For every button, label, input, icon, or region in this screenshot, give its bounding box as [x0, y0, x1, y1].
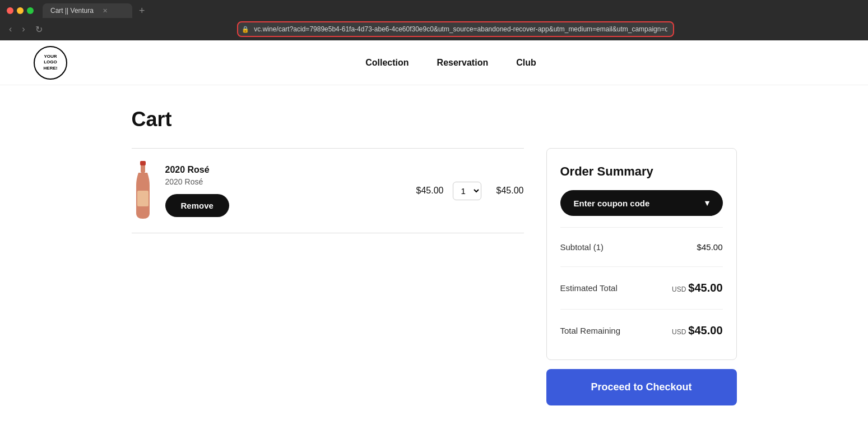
cart-layout: 2020 Rosé 2020 Rosé Remove $45.00 1 2 3 …: [132, 148, 737, 405]
logo-line3: HERE!: [44, 66, 58, 71]
coupon-label: Enter coupon code: [574, 199, 650, 208]
item-subname: 2020 Rosé: [165, 177, 405, 186]
address-bar[interactable]: [237, 21, 674, 37]
nav-link-club[interactable]: Club: [516, 58, 536, 68]
chevron-down-icon: ▾: [705, 198, 709, 208]
estimated-total-label: Estimated Total: [560, 283, 618, 293]
total-remaining-label: Total Remaining: [560, 326, 621, 335]
traffic-lights: [7, 7, 34, 14]
back-button[interactable]: ‹: [7, 23, 14, 35]
addressbar-row: ‹ › ↻ 🔒: [7, 21, 861, 37]
logo-line1: YOUR: [44, 54, 57, 59]
new-tab-icon[interactable]: +: [139, 5, 145, 17]
browser-chrome: Cart || Ventura ✕ + ‹ › ↻ 🔒: [0, 0, 868, 40]
nav-links: Collection Reservation Club: [365, 58, 536, 68]
subtotal-row: Subtotal (1) $45.00: [560, 236, 723, 259]
nav-link-collection[interactable]: Collection: [365, 58, 409, 68]
total-remaining-row: Total Remaining USD$45.00: [560, 317, 723, 344]
maximize-traffic-light[interactable]: [27, 7, 34, 14]
page: YOUR LOGO HERE! Collection Reservation C…: [0, 40, 868, 438]
address-bar-wrapper: 🔒: [237, 21, 674, 37]
item-total: $45.00: [490, 186, 524, 196]
cart-title: Cart: [132, 108, 737, 131]
estimated-total-row: Estimated Total USD$45.00: [560, 275, 723, 301]
table-row: 2020 Rosé 2020 Rosé Remove $45.00 1 2 3 …: [132, 148, 524, 233]
coupon-code-button[interactable]: Enter coupon code ▾: [560, 190, 723, 216]
total-remaining-currency: USD: [672, 328, 686, 336]
minimize-traffic-light[interactable]: [17, 7, 24, 14]
divider-3: [560, 309, 723, 310]
item-info: 2020 Rosé 2020 Rosé Remove: [165, 165, 405, 217]
reload-button[interactable]: ↻: [33, 23, 45, 36]
order-summary-section: Order Summary Enter coupon code ▾ Subtot…: [546, 148, 737, 405]
tab-title: Cart || Ventura: [50, 7, 94, 15]
divider-1: [560, 227, 723, 228]
close-traffic-light[interactable]: [7, 7, 13, 14]
total-remaining-value: USD$45.00: [672, 324, 723, 337]
remove-button[interactable]: Remove: [165, 194, 229, 217]
subtotal-value: $45.00: [697, 242, 723, 252]
tab-close-icon[interactable]: ✕: [103, 7, 108, 15]
main-content: Cart: [98, 85, 770, 438]
forward-button[interactable]: ›: [20, 23, 27, 35]
nav-link-reservation[interactable]: Reservation: [437, 58, 489, 68]
logo: YOUR LOGO HERE!: [34, 46, 67, 80]
item-name: 2020 Rosé: [165, 165, 405, 175]
svg-rect-1: [137, 191, 148, 206]
svg-rect-2: [140, 161, 146, 165]
estimated-total-value: USD$45.00: [672, 282, 723, 294]
summary-title: Order Summary: [560, 164, 723, 179]
item-unit-price: $45.00: [416, 186, 444, 196]
subtotal-label: Subtotal (1): [560, 242, 604, 252]
order-summary: Order Summary Enter coupon code ▾ Subtot…: [546, 148, 737, 360]
divider-2: [560, 266, 723, 267]
tab-bar: Cart || Ventura ✕ +: [7, 3, 861, 18]
navbar: YOUR LOGO HERE! Collection Reservation C…: [0, 40, 868, 85]
cart-items: 2020 Rosé 2020 Rosé Remove $45.00 1 2 3 …: [132, 148, 524, 233]
checkout-button[interactable]: Proceed to Checkout: [546, 369, 737, 405]
browser-tab[interactable]: Cart || Ventura ✕: [43, 3, 132, 18]
quantity-select[interactable]: 1 2 3 4 5: [453, 182, 481, 200]
estimated-total-currency: USD: [672, 285, 686, 293]
lock-icon: 🔒: [242, 26, 249, 33]
item-price-section: $45.00 1 2 3 4 5 $45.00: [416, 182, 524, 200]
product-image: [132, 160, 154, 222]
logo-line2: LOGO: [44, 59, 57, 65]
